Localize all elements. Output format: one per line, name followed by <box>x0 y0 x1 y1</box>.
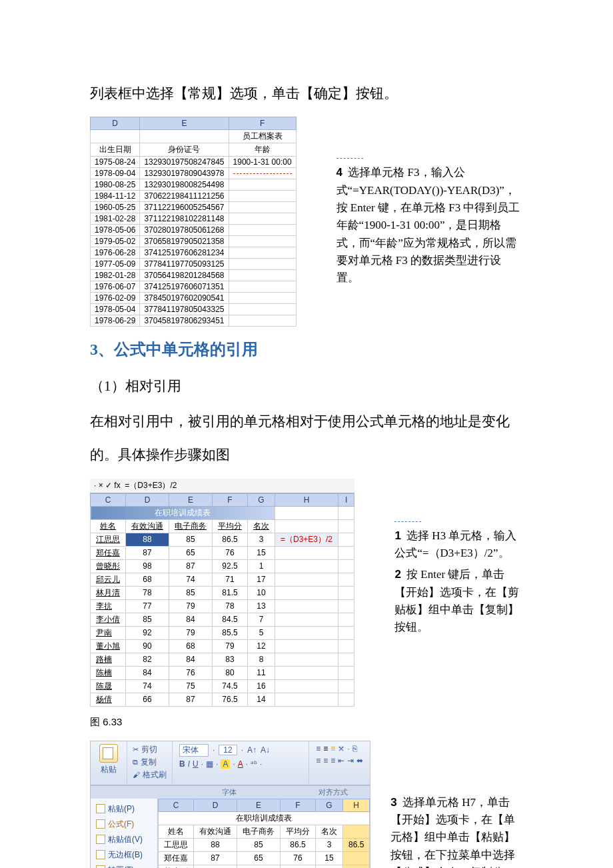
col-D: D <box>91 117 140 130</box>
font-size-select[interactable]: 12 <box>219 745 237 755</box>
step-1: 1 选择 H3 单元格，输入公式“=（D3+E3）/2”。 <box>394 527 523 563</box>
t2-col-G: G <box>248 493 275 506</box>
step-num-1: 1 <box>394 529 400 542</box>
heading-3: 3、公式中单元格的引用 <box>90 339 523 360</box>
table-row: 曾晓彤988792.51 <box>159 865 370 868</box>
menu-item-label: 粘贴值(V) <box>108 834 143 845</box>
table-row: 1960-05-25371122196005254567 <box>91 202 297 213</box>
group-align-label: 对齐方式 <box>297 786 370 799</box>
table-row: 郑任嘉87657615 <box>159 851 370 865</box>
training-score-table: C D E F G H I 在职培训成绩表 姓名 有效沟 <box>90 493 354 707</box>
paste-button[interactable]: 粘贴 <box>91 741 127 785</box>
f3-col-G: G <box>316 799 343 811</box>
t2-col-D: D <box>126 493 169 506</box>
brush-icon: 🖌 <box>133 771 140 779</box>
caption-6-33: 图 6.33 <box>90 716 523 729</box>
orientation-icon[interactable]: ⤧ <box>338 744 344 753</box>
fig3-sheet: C D E F G H 在职培训成绩表 <box>158 799 370 868</box>
underline-button[interactable]: U <box>193 759 199 769</box>
table-row: 1984-11-12370622198411121256 <box>91 191 297 202</box>
table-row: 郑任嘉87657615 <box>91 546 354 559</box>
table-row: 李抗77797813 <box>91 599 354 613</box>
indent-dec-icon[interactable]: ⇤ <box>338 756 344 765</box>
format-painter-button[interactable]: 🖌格式刷 <box>133 769 167 781</box>
italic-button[interactable]: I <box>188 759 190 769</box>
paste-menu-item[interactable]: 粘贴(P) <box>91 801 157 817</box>
phonetic-button[interactable]: ᵃᵇ <box>251 759 257 769</box>
paste-menu-item[interactable]: 无边框(B) <box>91 847 157 863</box>
table-row: 曾晓彤988792.51 <box>91 559 354 573</box>
table-row: 邱云儿68747117 <box>91 573 354 586</box>
table-row: 林月清788581.510 <box>91 586 354 599</box>
step-num-4: 4 <box>336 166 342 179</box>
align-center-icon[interactable]: ≡ <box>323 756 328 765</box>
step-3-text: 选择单元格 H7，单击【开始】选项卡，在【单元格】组中单击【粘贴】按钮，在下拉菜… <box>390 796 515 868</box>
ribbon-paste-figure: 粘贴 ✂剪切 ⧉复制 🖌格式刷 宋体 · 12 · A↑ <box>90 741 370 868</box>
cut-button[interactable]: ✂剪切 <box>133 744 167 755</box>
table-row: 杨倩668776.514 <box>91 693 354 706</box>
copy-icon: ⧉ <box>133 758 138 767</box>
font-color-button[interactable]: A <box>238 759 243 769</box>
menu-item-label: 无边框(B) <box>108 849 143 861</box>
step-num-2: 2 <box>394 568 400 581</box>
t2-title: 在职培训成绩表 <box>91 506 275 519</box>
table1-title: 员工档案表 <box>229 130 296 143</box>
table-row: 1975-08-241329301975082478451900-1-31 00… <box>91 157 297 168</box>
border-button[interactable]: ▦ <box>206 759 213 769</box>
h-age: 年龄 <box>229 143 296 157</box>
align-bot-icon[interactable]: ≡ <box>330 744 335 753</box>
intro-line: 列表框中选择【常规】选项，单击【确定】按钮。 <box>90 77 523 110</box>
table-row: 1978-09-04132930197809043978 <box>91 168 297 179</box>
step-1-text: 选择 H3 单元格，输入公式“=（D3+E3）/2”。 <box>394 529 516 559</box>
paste-menu-item[interactable]: 粘贴值(V) <box>91 832 157 847</box>
f3-h-avg: 平均分 <box>281 825 316 838</box>
paste-menu-item[interactable]: 公式(F) <box>91 817 157 832</box>
step-2: 2 按 Enter 键后，单击【开始】选项卡，在【剪贴板】组中单击【复制】按钮。 <box>394 566 523 636</box>
f3-col-C: C <box>159 799 194 811</box>
shrink-font-icon[interactable]: A↓ <box>261 745 270 755</box>
fmt-label: 格式刷 <box>143 769 167 781</box>
table-row: 1976-06-28374125197606281234 <box>91 247 297 259</box>
formula-bar: · × ✓ fx =（D3+E3）/2 <box>90 479 354 493</box>
step-4: 4 选择单元格 F3，输入公式“=YEAR(TODAY())-YEAR(D3)”… <box>336 164 523 287</box>
t2-h-comm: 有效沟通 <box>126 519 169 533</box>
copy-label: 复制 <box>141 757 157 768</box>
table-row: 1976-02-09378450197602090541 <box>91 293 297 304</box>
copy-button[interactable]: ⧉复制 <box>133 757 167 768</box>
t2-col-C: C <box>91 493 126 506</box>
align-top-icon[interactable]: ≡ <box>316 744 320 753</box>
f3-title: 在职培训成绩表 <box>159 811 370 825</box>
t2-col-I: I <box>338 493 354 506</box>
f3-h-comm: 有效沟通 <box>194 825 237 838</box>
figure-3-row: 粘贴 ✂剪切 ⧉复制 🖌格式刷 宋体 · 12 · A↑ <box>90 741 523 868</box>
font-name-select[interactable]: 宋体 <box>179 744 209 757</box>
clipboard-icon <box>96 850 105 859</box>
table-row: 1978-05-06370280197805061268 <box>91 225 297 236</box>
table-row: 尹南927985.55 <box>91 626 354 639</box>
f3-col-E: E <box>237 799 281 811</box>
f3-h-name: 姓名 <box>159 825 194 838</box>
formula-bar-prefix: · × ✓ fx <box>94 481 121 490</box>
bold-button[interactable]: B <box>179 759 185 769</box>
group-font-label: 字体 <box>161 786 297 799</box>
wrap-icon[interactable]: ⎘ <box>352 744 357 753</box>
align-mid-icon[interactable]: ≡ <box>323 744 328 753</box>
align-right-icon[interactable]: ≡ <box>330 756 335 765</box>
fill-color-button[interactable]: A <box>221 759 230 769</box>
align-left-icon[interactable]: ≡ <box>316 756 320 765</box>
table-row: 1982-01-28370564198201284568 <box>91 270 297 281</box>
menu-item-label: 公式(F) <box>108 819 134 830</box>
figure-2-row: · × ✓ fx =（D3+E3）/2 C D E F G H I <box>90 479 523 707</box>
t2-col-F: F <box>213 493 248 506</box>
table-row: 1980-08-25132930198008254498 <box>91 179 297 191</box>
col-F: F <box>229 117 296 130</box>
clipboard-icon <box>96 804 105 813</box>
paste-menu-item[interactable]: 转置(T) <box>91 863 157 868</box>
grow-font-icon[interactable]: A↑ <box>247 745 257 755</box>
indent-inc-icon[interactable]: ⇥ <box>347 756 354 765</box>
t2-h-ecom: 电子商务 <box>169 519 213 533</box>
table-row: 1976-06-07374125197606071351 <box>91 281 297 293</box>
merge-icon[interactable]: ⬌ <box>356 756 363 765</box>
para-1: 在相对引用中，被引用的单元格相对于使用公式单元格的地址是变化的。具体操作步骤如图 <box>90 405 523 472</box>
f3-h-ecom: 电子商务 <box>237 825 281 838</box>
